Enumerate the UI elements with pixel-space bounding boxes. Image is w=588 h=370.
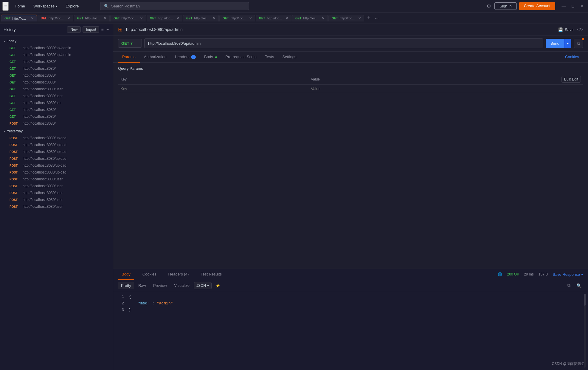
- tab-8[interactable]: GET http://loc... ✕: [256, 15, 291, 21]
- new-tab-button[interactable]: +: [365, 14, 373, 22]
- tab-close-icon[interactable]: ✕: [31, 16, 34, 20]
- nav-explore[interactable]: Explore: [63, 3, 81, 10]
- url-input[interactable]: [144, 38, 543, 48]
- tab-tests[interactable]: Tests: [261, 52, 278, 63]
- list-item[interactable]: GET http://localhost:8080/use: [1, 100, 112, 106]
- tab-7[interactable]: GET http://loc... ✕: [219, 15, 255, 21]
- list-item[interactable]: GET http://localhost:8080/: [1, 65, 112, 72]
- yesterday-group-header[interactable]: ▾ Yesterday: [0, 128, 113, 134]
- list-item[interactable]: GET http://localhost:8080/user: [1, 86, 112, 92]
- tab-close-icon[interactable]: ✕: [176, 16, 179, 20]
- key-input[interactable]: [120, 86, 306, 91]
- search-bar[interactable]: 🔍 Search Postman: [100, 2, 249, 10]
- list-item[interactable]: GET http://localhost:8080/: [1, 79, 112, 86]
- tab-close-icon[interactable]: ✕: [249, 16, 252, 20]
- tab-1[interactable]: GET http://lo... ✕: [1, 15, 37, 21]
- tab-close-icon[interactable]: ✕: [140, 16, 143, 20]
- new-button[interactable]: New: [67, 26, 81, 33]
- list-item[interactable]: POST http://localhost:8080/user: [1, 203, 112, 210]
- tab-2[interactable]: DEL http://loc... ✕: [38, 15, 73, 21]
- list-item[interactable]: GET http://localhost:8080/: [1, 113, 112, 120]
- bulk-edit-button[interactable]: Bulk Edit: [561, 76, 581, 83]
- list-item[interactable]: GET http://localhost:8080/: [1, 106, 112, 113]
- code-line-2: 2 "msg" : "admin": [118, 300, 173, 307]
- list-item[interactable]: GET http://localhost:8080/: [1, 58, 112, 65]
- tab-close-icon[interactable]: ✕: [213, 16, 215, 20]
- tabs-more-button[interactable]: ···: [373, 15, 381, 21]
- nav-workspaces[interactable]: Workspaces ▾: [31, 3, 60, 10]
- resp-tab-headers[interactable]: Headers (4): [165, 269, 193, 280]
- list-item[interactable]: GET http://localhost:8080/api/admin: [1, 52, 112, 58]
- close-button[interactable]: ✕: [578, 3, 586, 9]
- search-response-button[interactable]: 🔍: [575, 282, 583, 289]
- filter-button[interactable]: ≡: [101, 26, 103, 33]
- send-button[interactable]: Send: [546, 39, 564, 48]
- list-item[interactable]: GET http://localhost:8080/: [1, 72, 112, 79]
- save-button[interactable]: 💾 Save: [558, 27, 574, 32]
- list-item[interactable]: POST http://localhost:8080/user: [1, 190, 112, 196]
- copy-button[interactable]: ⧉: [574, 39, 583, 48]
- visualize-view-button[interactable]: Visualize: [171, 282, 193, 289]
- tab-params[interactable]: Params: [118, 52, 140, 63]
- tab-cookies-link[interactable]: Cookies: [561, 52, 583, 63]
- list-item[interactable]: POST http://localhost:8080/upload: [1, 148, 112, 155]
- list-item[interactable]: POST http://localhost:8080/user: [1, 196, 112, 203]
- today-group-header[interactable]: ▾ Today: [0, 38, 113, 44]
- nav-home[interactable]: Home: [12, 3, 27, 10]
- method-badge: GET: [10, 74, 20, 77]
- pretty-view-button[interactable]: Pretty: [118, 282, 134, 289]
- sidebar-more-button[interactable]: ···: [106, 26, 109, 33]
- tab-9[interactable]: GET http://loc... ✕: [292, 15, 328, 21]
- maximize-button[interactable]: □: [570, 3, 576, 9]
- resp-tab-test-results[interactable]: Test Results: [197, 269, 225, 280]
- tab-settings[interactable]: Settings: [278, 52, 300, 63]
- tab-headers[interactable]: Headers 8: [171, 52, 200, 63]
- tab-close-icon[interactable]: ✕: [286, 16, 288, 20]
- resp-tab-body[interactable]: Body: [118, 269, 134, 280]
- tab-close-icon[interactable]: ✕: [67, 16, 70, 20]
- list-item[interactable]: POST http://localhost:8080/upload: [1, 169, 112, 176]
- list-item[interactable]: POST http://localhost:8080/: [1, 120, 112, 127]
- tab-close-icon[interactable]: ✕: [322, 16, 325, 20]
- tab-6[interactable]: GET http://loc... ✕: [183, 15, 219, 21]
- preview-view-button[interactable]: Preview: [150, 282, 170, 289]
- list-item[interactable]: POST http://localhost:8080/user: [1, 176, 112, 182]
- code-line-3: 3 }: [118, 307, 173, 313]
- raw-view-button[interactable]: Raw: [135, 282, 149, 289]
- value-input[interactable]: [311, 86, 497, 91]
- tab-body[interactable]: Body: [200, 52, 221, 63]
- list-item[interactable]: POST http://localhost:8080/user: [1, 183, 112, 189]
- tab-5[interactable]: GET http://loc... ✕: [147, 15, 182, 21]
- import-button[interactable]: Import: [83, 26, 99, 33]
- create-account-button[interactable]: Create Account: [519, 2, 555, 10]
- tab-3[interactable]: GET http://loc... ✕: [74, 15, 110, 21]
- tab-close-icon[interactable]: ✕: [104, 16, 106, 20]
- tab-close-icon[interactable]: ✕: [358, 16, 361, 20]
- list-item[interactable]: GET http://localhost:8080/user: [1, 93, 112, 99]
- list-item[interactable]: POST http://localhost:8080/upload: [1, 162, 112, 169]
- method-selector[interactable]: GET ▾: [118, 39, 142, 48]
- tab-authorization[interactable]: Authorization: [140, 52, 171, 63]
- tab-pre-request[interactable]: Pre-request Script: [221, 52, 261, 63]
- code-snippet-button[interactable]: </>: [577, 27, 583, 32]
- method-badge: POST: [10, 122, 20, 125]
- tab-10[interactable]: GET http://loc... ✕: [328, 15, 364, 21]
- list-item[interactable]: POST http://localhost:8080/upload: [1, 155, 112, 162]
- save-response-button[interactable]: Save Response ▾: [553, 272, 583, 277]
- send-dropdown-button[interactable]: ▾: [564, 39, 571, 48]
- tab-4[interactable]: GET http://loc... ✕: [110, 15, 146, 21]
- copy-response-button[interactable]: ⧉: [566, 282, 572, 289]
- hamburger-button[interactable]: ≡: [2, 2, 9, 11]
- resp-tab-cookies[interactable]: Cookies: [139, 269, 160, 280]
- vertical-scrollbar[interactable]: [584, 294, 586, 368]
- list-item[interactable]: POST http://localhost:8080/upload: [1, 142, 112, 148]
- history-url: http://localhost:8080/: [23, 114, 56, 119]
- list-item[interactable]: POST http://localhost:8080/upload: [1, 135, 112, 141]
- minimize-button[interactable]: —: [560, 3, 568, 9]
- list-item[interactable]: GET http://localhost:8080/api/admin: [1, 45, 112, 51]
- response-filter-button[interactable]: ⚡: [213, 282, 223, 289]
- response-section: Body Cookies Headers (4) Test Results 🌐 …: [113, 269, 588, 370]
- settings-gear-button[interactable]: ⚙: [485, 2, 492, 10]
- sign-in-button[interactable]: Sign In: [494, 2, 516, 10]
- format-selector[interactable]: JSON ▾: [194, 282, 212, 289]
